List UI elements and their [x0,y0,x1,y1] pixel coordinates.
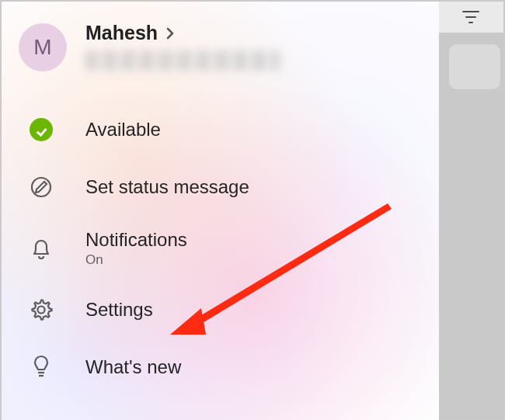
svg-point-4 [38,307,45,314]
bell-icon [28,235,54,262]
status-available-icon [28,116,54,143]
avatar-initial: M [33,35,51,60]
menu-item-settings[interactable]: Settings [2,281,439,338]
menu-item-label: Settings [85,299,153,321]
chevron-right-icon [165,26,175,40]
menu-item-whats-new[interactable]: What's new [2,338,439,396]
filter-icon [462,10,479,24]
menu-list: Available Set status message [2,101,439,396]
background-right-strip [438,2,503,420]
background-card [449,44,500,89]
profile-subtext-redacted [85,50,280,71]
filter-button[interactable] [438,2,503,33]
profile-text: Mahesh [85,22,280,71]
profile-name: Mahesh [85,22,158,44]
screenshot-frame: M Mahesh Available [0,0,505,420]
menu-item-status[interactable]: Available [2,101,439,158]
menu-item-label: Available [85,119,161,141]
profile-name-row: Mahesh [85,22,280,44]
account-menu-panel: M Mahesh Available [2,2,439,420]
menu-item-notifications[interactable]: Notifications On [2,216,439,281]
lightbulb-icon [28,354,54,380]
menu-item-label: What's new [85,356,181,379]
menu-item-set-status[interactable]: Set status message [2,158,439,216]
edit-status-icon [28,174,54,200]
menu-item-sub: On [85,252,187,268]
profile-row[interactable]: M Mahesh [19,22,427,84]
avatar: M [19,23,67,71]
menu-item-label: Set status message [85,176,249,199]
gear-icon [28,297,54,323]
menu-item-label: Notifications [85,229,187,252]
